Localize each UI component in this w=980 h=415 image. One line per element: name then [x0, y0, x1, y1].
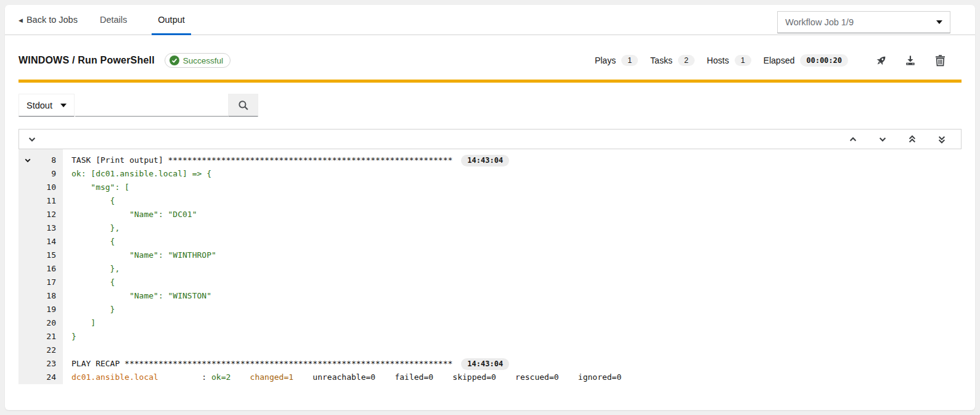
console-line: 9ok: [dc01.ansible.local] => {: [18, 167, 962, 181]
back-to-jobs-label: Back to Jobs: [27, 15, 78, 25]
line-content: }: [63, 303, 115, 316]
line-segment: },: [71, 221, 120, 235]
line-gutter: 20: [18, 316, 63, 330]
line-number: 9: [37, 167, 63, 181]
line-number: 8: [37, 154, 63, 167]
stat-hosts: Hosts1: [707, 55, 751, 66]
line-segment: "msg": [: [71, 181, 129, 194]
line-content: dc01.ansible.local : ok=2 changed=1 unre…: [63, 371, 621, 384]
line-content: },: [63, 221, 120, 235]
line-content: {: [63, 235, 115, 249]
chevron-down-icon: [60, 104, 67, 107]
chevron-up-icon: [849, 135, 857, 144]
console-line: 12 "Name": "DC01": [18, 208, 962, 221]
line-gutter: 15: [18, 249, 63, 262]
job-actions: [870, 51, 950, 70]
line-number: 20: [37, 316, 63, 330]
console-line: 11 {: [18, 194, 962, 208]
scroll-to-top-button[interactable]: [905, 133, 919, 146]
stat-value-badge: 00:00:20: [800, 54, 848, 67]
line-segment: [231, 371, 250, 384]
download-output-button[interactable]: [900, 51, 921, 70]
line-content: {: [63, 276, 115, 289]
status-badge-label: Successful: [183, 56, 223, 65]
line-content: TASK [Print output] ********************…: [63, 154, 509, 167]
search-field-select[interactable]: Stdout: [18, 94, 75, 117]
stat-label: Plays: [595, 55, 616, 65]
line-content: "Name": "WINSTON": [63, 289, 211, 303]
line-gutter: 12: [18, 208, 63, 221]
line-content: [63, 149, 71, 154]
workflow-job-select[interactable]: Workflow Job 1/9: [777, 11, 950, 33]
tab-bar: ◀ Back to Jobs Details Output Workflow J…: [5, 5, 975, 35]
line-gutter: 18: [18, 289, 63, 303]
console-line: 8TASK [Print output] *******************…: [18, 154, 962, 167]
stdout-console: 78TASK [Print output] ******************…: [18, 129, 962, 393]
line-number: 13: [37, 221, 63, 235]
line-segment: TASK [Print output] ********************…: [71, 154, 452, 167]
status-accent-bar: [18, 80, 962, 83]
console-line: 16 },: [18, 262, 962, 276]
double-chevron-down-icon: [937, 134, 946, 144]
search-button[interactable]: [228, 94, 258, 117]
previous-match-button[interactable]: [846, 133, 860, 146]
stat-label: Tasks: [650, 55, 672, 65]
line-number: 23: [37, 357, 63, 371]
line-gutter: 14: [18, 235, 63, 249]
download-icon: [904, 54, 917, 67]
delete-job-button[interactable]: [929, 51, 950, 70]
chevron-down-icon: [28, 135, 36, 144]
console-line: 10 "msg": [: [18, 181, 962, 194]
console-line: 21}: [18, 330, 962, 343]
line-segment: dc01.ansible.local: [71, 371, 158, 384]
next-match-button[interactable]: [876, 133, 889, 146]
line-segment: "Name": "DC01": [71, 208, 197, 221]
line-gutter: 24: [18, 371, 63, 384]
line-segment: ok=2: [211, 371, 231, 384]
tab-output[interactable]: Output: [157, 5, 186, 35]
stat-value-badge: 1: [621, 55, 638, 66]
line-content: [63, 343, 71, 357]
collapse-all-button[interactable]: [28, 135, 36, 144]
line-segment: ok: [dc01.ansible.local] => {: [71, 167, 211, 181]
console-line: 14 {: [18, 235, 962, 249]
tab-details[interactable]: Details: [99, 5, 128, 35]
line-gutter: 22: [18, 343, 63, 357]
line-content: },: [63, 262, 120, 276]
stat-elapsed: Elapsed00:00:20: [764, 54, 848, 67]
stat-value-badge: 2: [678, 55, 695, 66]
line-number: 12: [37, 208, 63, 221]
status-badge: Successful: [165, 53, 231, 68]
rocket-icon: [875, 54, 888, 67]
line-number: 18: [37, 289, 63, 303]
scroll-to-bottom-button[interactable]: [935, 133, 949, 146]
tab-output-label: Output: [158, 15, 185, 25]
line-number: 22: [37, 343, 63, 357]
line-number: 11: [37, 194, 63, 208]
line-content: "msg": [: [63, 181, 129, 194]
line-content: ]: [63, 316, 96, 330]
stdout-output[interactable]: 78TASK [Print output] ******************…: [18, 149, 962, 393]
line-number: 21: [37, 330, 63, 343]
line-number: 16: [37, 262, 63, 276]
console-line: 15 "Name": "WINTHROP": [18, 249, 962, 262]
back-to-jobs-link[interactable]: ◀ Back to Jobs: [18, 5, 78, 35]
tab-details-label: Details: [100, 15, 127, 25]
line-number: 10: [37, 181, 63, 194]
back-arrow-icon: ◀: [18, 17, 23, 23]
line-number: 14: [37, 235, 63, 249]
line-gutter: 13: [18, 221, 63, 235]
line-number: 19: [37, 303, 63, 316]
relaunch-button[interactable]: [870, 51, 891, 70]
timestamp-badge: 14:43:04: [461, 155, 509, 166]
line-gutter: 23: [18, 357, 63, 371]
console-line: 17 {: [18, 276, 962, 289]
line-segment: ]: [71, 316, 96, 330]
search-input[interactable]: [75, 94, 228, 117]
line-expand-toggle[interactable]: [18, 157, 37, 164]
line-gutter: 19: [18, 303, 63, 316]
line-segment: :: [158, 371, 211, 384]
line-segment: {: [71, 194, 115, 208]
line-gutter: 10: [18, 181, 63, 194]
line-segment: PLAY RECAP *****************************…: [71, 357, 452, 371]
